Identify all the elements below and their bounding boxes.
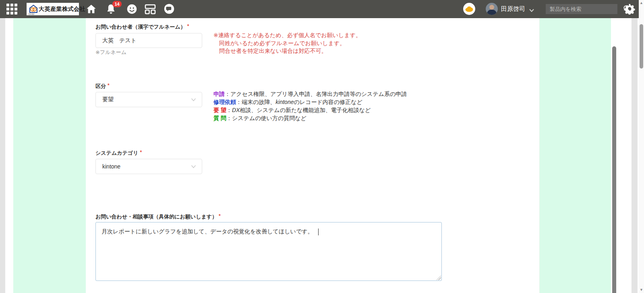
apps-icon[interactable] bbox=[145, 4, 156, 16]
contact-person-notes: ※連絡することがあるため、必ず個人名でお願いします。 同姓がいるため必ずフルネー… bbox=[213, 31, 361, 55]
system-category-dropdown[interactable]: kintone bbox=[95, 159, 202, 174]
app-launcher-icon[interactable] bbox=[6, 4, 18, 15]
spaces-icon[interactable] bbox=[164, 3, 175, 16]
note-line: ※連絡することがあるため、必ず個人名でお願いします。 bbox=[213, 31, 361, 39]
user-name[interactable]: 田原啓司 bbox=[501, 0, 525, 18]
decor-band-left bbox=[13, 18, 86, 293]
home-icon[interactable] bbox=[86, 4, 97, 16]
user-avatar[interactable] bbox=[486, 3, 498, 15]
top-navbar: DAIEI 大英産業株式会社 14 bbox=[0, 0, 639, 18]
kintone-mascot-icon[interactable] bbox=[463, 3, 475, 15]
product-search-box bbox=[546, 4, 617, 14]
required-asterisk: * bbox=[108, 83, 110, 88]
help-line: 申請：アクセス権限、アプリ導入申請、名簿出力申請等のシステム系の申請 bbox=[213, 90, 407, 98]
system-category-dropdown-value: kintone bbox=[102, 163, 120, 170]
settings-gear-icon[interactable] bbox=[623, 2, 636, 16]
chevron-down-icon bbox=[191, 163, 196, 170]
contact-person-label: お問い合わせ者（漢字でフルネーム）* bbox=[95, 23, 189, 31]
help-line: 修理依頼：端末の故障、kintoneのレコード内容の修正など bbox=[213, 98, 407, 106]
help-line: 要 望：DX相談、システムの新たな機能追加、電子化相談など bbox=[213, 106, 407, 114]
company-logo-mark-icon: DAIEI bbox=[28, 4, 39, 15]
category-help: 申請：アクセス権限、アプリ導入申請、名簿出力申請等のシステム系の申請 修理依頼：… bbox=[213, 90, 407, 122]
category-label: 区分* bbox=[95, 83, 110, 90]
user-menu-chevron-icon[interactable] bbox=[529, 7, 534, 14]
logo-sub-text: DAIEI bbox=[29, 13, 35, 15]
category-dropdown-value: 要望 bbox=[102, 96, 114, 103]
category-help-term-1: 修理依頼 bbox=[213, 99, 236, 105]
category-help-term-3: 質 問 bbox=[213, 115, 226, 121]
note-line: 問合せ者を特定出来ない場合は対応不可。 bbox=[213, 47, 361, 55]
decor-band-right bbox=[539, 18, 611, 293]
page-left-margin bbox=[0, 18, 5, 293]
required-asterisk: * bbox=[187, 23, 189, 29]
notification-badge: 14 bbox=[112, 1, 122, 7]
category-help-term-0: 申請 bbox=[213, 91, 225, 97]
chevron-down-icon bbox=[191, 96, 196, 103]
inquiry-label: お問い合わせ・相談事項（具体的にお願いします）* bbox=[95, 213, 221, 220]
required-asterisk: * bbox=[140, 150, 142, 155]
system-category-label: システムカテゴリ* bbox=[95, 150, 142, 157]
company-name: 大英産業株式会社 bbox=[39, 6, 85, 13]
textarea-resize-handle[interactable] bbox=[436, 275, 441, 280]
people-icon[interactable] bbox=[126, 4, 137, 16]
window-scrollbar[interactable]: ▲ ▼ bbox=[639, 0, 644, 293]
search-input[interactable] bbox=[546, 6, 623, 12]
inquiry-text: 月次レポートに新しいグラフを追加して、データの視覚化を改善してほしいです。 bbox=[101, 228, 313, 235]
company-logo[interactable]: DAIEI 大英産業株式会社 bbox=[27, 3, 79, 15]
category-dropdown[interactable]: 要望 bbox=[95, 92, 202, 107]
scroll-down-arrow-icon[interactable]: ▼ bbox=[640, 288, 643, 292]
text-cursor bbox=[318, 229, 319, 235]
content-scrollbar-thumb[interactable] bbox=[612, 46, 616, 293]
scroll-up-arrow-icon[interactable]: ▲ bbox=[640, 1, 643, 5]
help-line: 質 問：システムの使い方の質問など bbox=[213, 114, 407, 122]
category-help-term-2: 要 望 bbox=[213, 107, 226, 113]
note-line: 同姓がいるため必ずフルネームでお願いします。 bbox=[213, 39, 361, 48]
inquiry-textarea[interactable]: 月次レポートに新しいグラフを追加して、データの視覚化を改善してほしいです。 bbox=[95, 222, 442, 281]
contact-person-input[interactable]: 大英 テスト bbox=[95, 33, 202, 48]
window-scrollbar-thumb[interactable] bbox=[640, 24, 643, 69]
contact-person-hint: ※フルネーム bbox=[95, 49, 126, 56]
page-right-margin bbox=[632, 18, 638, 293]
required-asterisk: * bbox=[219, 213, 221, 219]
